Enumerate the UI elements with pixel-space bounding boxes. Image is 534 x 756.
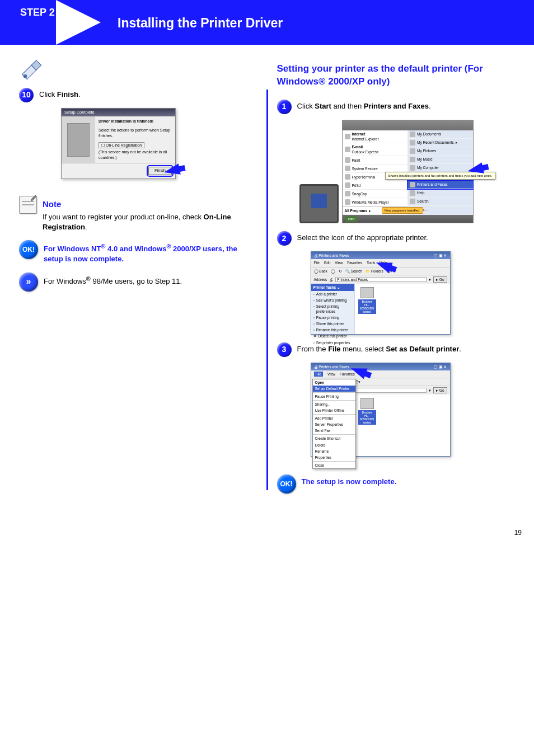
right-heading: Setting your printer as the default prin… [277, 63, 516, 88]
file-menu-properties[interactable]: Properties [313, 454, 355, 461]
set-as-default-printer-item[interactable]: Set as Default Printer [313, 386, 355, 392]
step-number-2: 2 [277, 231, 292, 246]
file-menu-open-item[interactable]: Open [313, 379, 355, 386]
task-properties[interactable]: ▫ Set printer properties [311, 340, 354, 346]
ok-row-nt-2000-xp: OK! For Windows NT® 4.0 and Windows® 200… [19, 240, 257, 265]
file-menu-delete[interactable]: Delete [313, 442, 355, 448]
step-2-row: 2 Select the icon of the appropriate pri… [277, 231, 516, 246]
file-menu-offline[interactable]: Use Printer Offline [313, 407, 355, 414]
setup-select-line: Select the actions to perform when Setup… [99, 128, 172, 139]
task-pause[interactable]: ▫ Pause printing [311, 314, 354, 321]
note-title: Note [43, 198, 257, 210]
step-number-1: 1 [277, 100, 292, 114]
setup-complete-dialog: Setup Complete Driver installation is fi… [61, 108, 176, 179]
go-button-2[interactable]: ▸ Go [433, 387, 447, 393]
taskbar: start [343, 215, 473, 223]
task-share[interactable]: ▫ Share this printer [311, 321, 354, 327]
left-column: 10 Click Finish. Setup Complete Driver i… [10, 56, 266, 501]
step-10-text: Click Finish. [39, 88, 257, 102]
banner-title: Installing the Printer Driver [118, 14, 283, 32]
step-1-text: Click Start and then Printers and Faxes. [297, 100, 516, 114]
ok-badge-icon: OK! [277, 475, 296, 494]
file-menu-add[interactable]: Add Printer [313, 415, 355, 421]
file-menu-sendfax[interactable]: Send Fax [313, 428, 355, 434]
usb-cable-icon [19, 56, 44, 81]
task-rename[interactable]: ▫ Rename this printer [311, 327, 354, 333]
address-input[interactable] [335, 277, 427, 282]
note-row: Note If you want to register your produc… [19, 196, 257, 232]
forward-arrow-icon: » [19, 273, 38, 292]
window-controls[interactable]: ▢ ▣ ✕ [434, 364, 447, 369]
note-text: If you want to register your product on-… [43, 212, 257, 232]
svg-point-0 [24, 74, 27, 78]
file-dropdown-menu[interactable]: Open Set as Default Printer Pause Printi… [312, 379, 356, 469]
new-programs-balloon: New programs installed. [382, 207, 423, 214]
goto-step11-text: For Windows® 98/Me users, go to Step 11. [44, 273, 257, 287]
pf-address-bar[interactable]: Address 🖨 ▾ ▸ Go [311, 275, 450, 284]
ok-row-final: OK! The setup is now complete. [277, 475, 516, 494]
pf-main-area: Brother HL-6050D/DN series [355, 284, 450, 334]
start-menu-screenshot: InternetInternet Explorer E-mailOutlook … [299, 120, 516, 223]
file-menu-shortcut[interactable]: Create Shortcut [313, 435, 355, 442]
step-number-3: 3 [277, 342, 292, 357]
file-menu-open: File [314, 372, 323, 377]
window-controls[interactable]: ▢ ▣ ✕ [434, 253, 447, 258]
printers-and-faxes-menu-item[interactable]: Printers and Faxes [407, 181, 473, 189]
pf-menubar-2[interactable]: File View Favorites Help [311, 370, 450, 378]
pf-titlebar-2: 🖨 Printers and Faxes ▢ ▣ ✕ [311, 363, 450, 370]
goto-step11-row: » For Windows® 98/Me users, go to Step 1… [19, 273, 257, 292]
pf-tasks-pane: Printer Tasks ⌄ ▫ Add a printer ▫ See wh… [311, 284, 355, 334]
page-number: 19 [514, 528, 522, 538]
online-registration-note: (This service may not be available in al… [99, 149, 172, 161]
file-menu-rename[interactable]: Rename [313, 448, 355, 454]
task-select-prefs[interactable]: ▫ Select printing preferences [311, 303, 354, 314]
ok-text-nt-2000-xp: For Windows NT® 4.0 and Windows® 2000/XP… [44, 240, 257, 265]
ok-text-final: The setup is now complete. [302, 475, 516, 487]
ok-badge-icon: OK! [19, 240, 38, 259]
file-menu-sharing[interactable]: Sharing... [313, 401, 355, 407]
file-menu-pause[interactable]: Pause Printing [313, 393, 355, 400]
printer-tasks-header: Printer Tasks ⌄ [311, 284, 354, 291]
step-10-row: 10 Click Finish. [19, 88, 257, 102]
note-icon [19, 196, 37, 214]
step-number-10: 10 [19, 88, 34, 102]
task-delete[interactable]: ✕ Delete this printer [311, 333, 354, 339]
task-add-printer[interactable]: ▫ Add a printer [311, 291, 354, 297]
online-registration-checkbox[interactable]: ☐ On-Line Registration [99, 142, 144, 149]
page-footer: 19 [0, 524, 534, 547]
step-1-row: 1 Click Start and then Printers and Faxe… [277, 100, 516, 114]
setup-done-line: Driver installation is finished! [99, 119, 172, 124]
printer-item-2[interactable]: Brother HL-6050D/DN series [358, 398, 376, 425]
printers-faxes-window-filemenu: 🖨 Printers and Faxes ▢ ▣ ✕ File View Fav… [311, 363, 451, 457]
monitor-icon [299, 184, 339, 223]
file-menu-serverprops[interactable]: Server Properties [313, 421, 355, 428]
banner-arrow-shape [56, 0, 101, 45]
step-2-text: Select the icon of the appropriate print… [297, 231, 516, 246]
setup-dialog-graphic [62, 116, 95, 163]
setup-dialog-title: Setup Complete [62, 109, 175, 117]
printer-item[interactable]: Brother HL-6050D/DN series [358, 287, 376, 314]
header-banner: STEP 2 Installing the Printer Driver [0, 0, 534, 45]
file-menu-close[interactable]: Close [313, 462, 355, 468]
right-column: Setting your printer as the default prin… [268, 56, 524, 501]
start-button[interactable]: start [345, 216, 358, 222]
task-see-printing[interactable]: ▫ See what's printing [311, 297, 354, 303]
go-button[interactable]: ▸ Go [433, 276, 447, 283]
printers-faxes-window: 🖨 Printers and Faxes ▢ ▣ ✕ File Edit Vie… [311, 251, 451, 334]
start-menu-header [343, 120, 473, 130]
